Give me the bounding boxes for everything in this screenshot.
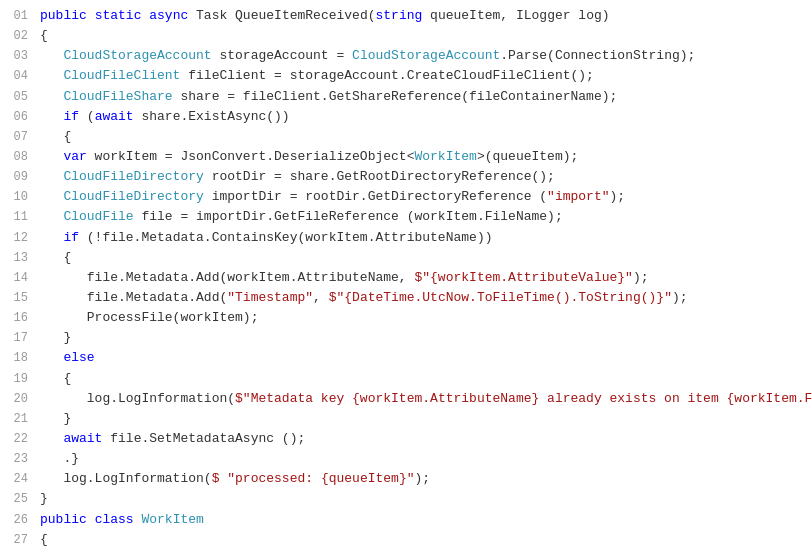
code-line: 05 CloudFileShare share = fileClient.Get… [0, 87, 812, 107]
line-number: 05 [0, 88, 28, 107]
code-content: } [40, 328, 71, 348]
code-content: { [40, 248, 71, 268]
code-content: .} [40, 449, 79, 469]
code-line: 03 CloudStorageAccount storageAccount = … [0, 46, 812, 66]
line-number: 11 [0, 208, 28, 227]
code-content: var workItem = JsonConvert.DeserializeOb… [40, 147, 578, 167]
code-line: 27{ [0, 530, 812, 550]
code-line: 13 { [0, 248, 812, 268]
code-content: CloudFileDirectory importDir = rootDir.G… [40, 187, 625, 207]
code-line: 10 CloudFileDirectory importDir = rootDi… [0, 187, 812, 207]
line-number: 09 [0, 168, 28, 187]
code-content: log.LogInformation($"Metadata key {workI… [40, 389, 812, 409]
code-content: await file.SetMetadataAsync (); [40, 429, 305, 449]
code-content: else [40, 348, 95, 368]
code-content: file.Metadata.Add("Timestamp", $"{DateTi… [40, 288, 688, 308]
line-number: 22 [0, 430, 28, 449]
line-number: 24 [0, 470, 28, 489]
line-number: 26 [0, 511, 28, 530]
line-number: 27 [0, 531, 28, 550]
line-number: 17 [0, 329, 28, 348]
code-content: if (!file.Metadata.ContainsKey(workItem.… [40, 228, 492, 248]
code-line: 24 log.LogInformation($ "processed: {que… [0, 469, 812, 489]
code-line: 14 file.Metadata.Add(workItem.AttributeN… [0, 268, 812, 288]
code-line: 17 } [0, 328, 812, 348]
code-content: file.Metadata.Add(workItem.AttributeName… [40, 268, 649, 288]
code-line: 11 CloudFile file = importDir.GetFileRef… [0, 207, 812, 227]
line-number: 08 [0, 148, 28, 167]
code-line: 19 { [0, 369, 812, 389]
line-number: 16 [0, 309, 28, 328]
code-content: CloudStorageAccount storageAccount = Clo… [40, 46, 695, 66]
code-line: 18 else [0, 348, 812, 368]
line-number: 15 [0, 289, 28, 308]
line-number: 10 [0, 188, 28, 207]
line-number: 21 [0, 410, 28, 429]
code-content: CloudFile file = importDir.GetFileRefere… [40, 207, 563, 227]
code-line: 21 } [0, 409, 812, 429]
code-line: 26public class WorkItem [0, 510, 812, 530]
code-line: 25} [0, 489, 812, 509]
code-editor: 01public static async Task QueueItemRece… [0, 0, 812, 551]
code-line: 02{ [0, 26, 812, 46]
line-number: 06 [0, 108, 28, 127]
line-number: 19 [0, 370, 28, 389]
code-line: 16 ProcessFile(workItem); [0, 308, 812, 328]
code-line: 15 file.Metadata.Add("Timestamp", $"{Dat… [0, 288, 812, 308]
line-number: 01 [0, 7, 28, 26]
line-number: 14 [0, 269, 28, 288]
code-content: ProcessFile(workItem); [40, 308, 258, 328]
line-number: 25 [0, 490, 28, 509]
line-number: 20 [0, 390, 28, 409]
code-line: 07 { [0, 127, 812, 147]
code-content: } [40, 489, 48, 509]
code-content: log.LogInformation($ "processed: {queueI… [40, 469, 430, 489]
code-line: 01public static async Task QueueItemRece… [0, 6, 812, 26]
line-number: 03 [0, 47, 28, 66]
code-line: 08 var workItem = JsonConvert.Deserializ… [0, 147, 812, 167]
code-line: 06 if (await share.ExistAsync()) [0, 107, 812, 127]
code-content: { [40, 530, 48, 550]
code-content: public static async Task QueueItemReceiv… [40, 6, 610, 26]
code-content: CloudFileClient fileClient = storageAcco… [40, 66, 594, 86]
line-number: 04 [0, 67, 28, 86]
line-number: 23 [0, 450, 28, 469]
line-number: 02 [0, 27, 28, 46]
code-line: 12 if (!file.Metadata.ContainsKey(workIt… [0, 228, 812, 248]
line-number: 07 [0, 128, 28, 147]
line-number: 13 [0, 249, 28, 268]
code-line: 09 CloudFileDirectory rootDir = share.Ge… [0, 167, 812, 187]
code-content: { [40, 26, 48, 46]
code-content: if (await share.ExistAsync()) [40, 107, 290, 127]
code-content: { [40, 127, 71, 147]
code-line: 22 await file.SetMetadataAsync (); [0, 429, 812, 449]
code-content: public class WorkItem [40, 510, 204, 530]
code-line: 23 .} [0, 449, 812, 469]
line-number: 12 [0, 229, 28, 248]
code-content: { [40, 369, 71, 389]
code-content: } [40, 409, 71, 429]
code-content: CloudFileShare share = fileClient.GetSha… [40, 87, 617, 107]
code-content: CloudFileDirectory rootDir = share.GetRo… [40, 167, 555, 187]
code-line: 20 log.LogInformation($"Metadata key {wo… [0, 389, 812, 409]
line-number: 18 [0, 349, 28, 368]
code-line: 04 CloudFileClient fileClient = storageA… [0, 66, 812, 86]
